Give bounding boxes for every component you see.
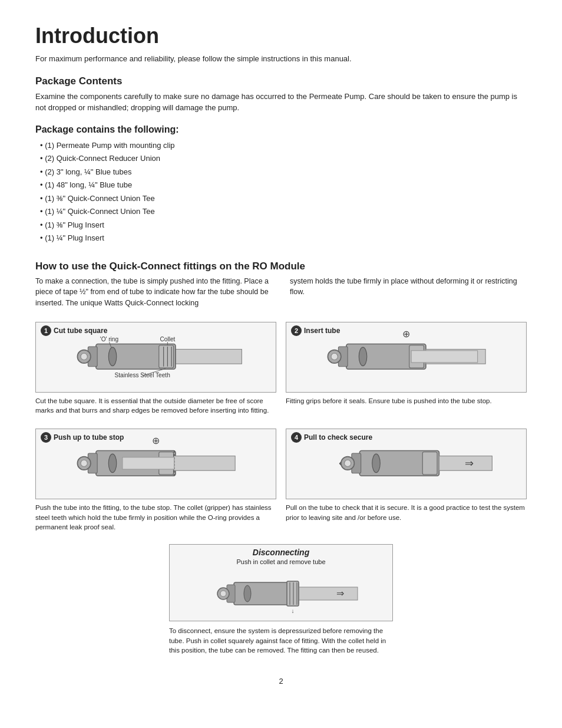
step-1-label: 1 Cut tube square bbox=[41, 325, 107, 336]
svg-text:Stainless Steel Teeth: Stainless Steel Teeth bbox=[115, 372, 170, 378]
svg-text:⊕: ⊕ bbox=[402, 331, 410, 339]
step-2-diagram: 2 Insert tube ⊕ bbox=[286, 322, 527, 393]
step-4-circle: 4 bbox=[291, 432, 302, 443]
disconnecting-heading: Disconnecting bbox=[170, 545, 392, 558]
package-list: (1) Permeate Pump with mounting clip (2)… bbox=[35, 140, 527, 244]
svg-point-54 bbox=[220, 591, 226, 597]
page-title: Introduction bbox=[35, 24, 527, 48]
step-1-caption: Cut the tube square. It is essential tha… bbox=[35, 396, 276, 416]
disconnecting-box: Disconnecting Push in collet and remove … bbox=[169, 544, 393, 621]
step-2-cell: 2 Insert tube ⊕ bbox=[286, 322, 527, 419]
svg-rect-34 bbox=[123, 457, 174, 469]
svg-point-27 bbox=[109, 454, 117, 473]
svg-text:⊕: ⊕ bbox=[152, 437, 160, 446]
intro-text: For maximum performance and reliability,… bbox=[35, 53, 527, 65]
step-4-diagram: 4 Pull to check secure ⇐ ⇒ bbox=[286, 429, 527, 499]
svg-point-46 bbox=[244, 585, 251, 602]
step-3-caption: Push the tube into the fitting, to the t… bbox=[35, 503, 276, 532]
svg-point-15 bbox=[81, 353, 87, 360]
step-3-diagram: 3 Push up to tube stop ⊕ bbox=[35, 429, 276, 499]
svg-point-37 bbox=[372, 454, 381, 473]
step-2-label: 2 Insert tube bbox=[291, 325, 340, 336]
svg-rect-38 bbox=[423, 452, 438, 475]
list-item: (1) ¼" Plug Insert bbox=[40, 232, 527, 244]
list-item: (1) 48" long, ¼" Blue tube bbox=[40, 179, 527, 191]
step-3-svg: ⊕ bbox=[48, 437, 263, 490]
step-2-circle: 2 bbox=[291, 325, 302, 336]
step-1-diagram: 1 Cut tube square bbox=[35, 322, 276, 393]
svg-text:⇒: ⇒ bbox=[465, 457, 474, 469]
step-4-cell: 4 Pull to check secure ⇐ ⇒ bbox=[286, 429, 527, 536]
step-4-caption: Pull on the tube to check that it is sec… bbox=[286, 503, 527, 522]
svg-point-2 bbox=[109, 347, 117, 366]
disconnecting-diagram: ⇒ ↓ bbox=[170, 568, 392, 621]
svg-rect-26 bbox=[173, 456, 236, 471]
how-to-section: How to use the Quick-Connect fittings on… bbox=[35, 261, 527, 660]
list-item: (2) 3" long, ¼" Blue tubes bbox=[40, 166, 527, 178]
list-item: (1) ¼" Quick-Connect Union Tee bbox=[40, 206, 527, 218]
disconnecting-sublabel: Push in collet and remove tube bbox=[170, 558, 392, 565]
step-3-label: 3 Push up to tube stop bbox=[41, 432, 124, 443]
svg-point-23 bbox=[331, 353, 338, 360]
package-contents-description: Examine the components carefully to make… bbox=[35, 91, 527, 114]
step-3-cell: 3 Push up to tube stop ⊕ bbox=[35, 429, 276, 536]
disconnecting-svg: ⇒ ↓ bbox=[187, 571, 375, 618]
svg-text:Collet: Collet bbox=[160, 336, 176, 342]
list-item: (1) ⅜" Plug Insert bbox=[40, 219, 527, 231]
diagram-grid: 1 Cut tube square bbox=[35, 322, 527, 536]
svg-rect-24 bbox=[411, 351, 478, 363]
list-item: (2) Quick-Connect Reducer Union bbox=[40, 153, 527, 164]
how-to-intro: To make a connection, the tube is simply… bbox=[35, 276, 527, 312]
disconnecting-section: Disconnecting Push in collet and remove … bbox=[35, 544, 527, 659]
svg-point-32 bbox=[81, 460, 87, 466]
svg-text:⇒: ⇒ bbox=[336, 588, 344, 598]
step-2-caption: Fitting grips before it seals. Ensure tu… bbox=[286, 396, 527, 406]
step-3-circle: 3 bbox=[41, 432, 51, 443]
step-1-circle: 1 bbox=[41, 325, 51, 336]
list-item: (1) Permeate Pump with mounting clip bbox=[40, 140, 527, 151]
step-1-svg: 'O' ring Collet Stainless Steel Teeth bbox=[48, 331, 263, 384]
list-item: (1) ⅜" Quick-Connect Union Tee bbox=[40, 193, 527, 205]
svg-point-18 bbox=[359, 347, 368, 366]
step-2-svg: ⊕ bbox=[298, 331, 514, 384]
svg-rect-0 bbox=[176, 349, 242, 364]
step-4-svg: ⇐ ⇒ bbox=[298, 437, 514, 490]
page-number: 2 bbox=[35, 677, 527, 686]
disconnecting-caption: To disconnect, ensure the system is depr… bbox=[169, 626, 393, 655]
package-contents-heading: Package Contents bbox=[35, 75, 527, 87]
step-4-label: 4 Pull to check secure bbox=[291, 432, 372, 443]
how-to-intro-right: system holds the tube firmly in place wi… bbox=[290, 276, 527, 309]
svg-text:↓: ↓ bbox=[292, 608, 295, 614]
how-to-heading: How to use the Quick-Connect fittings on… bbox=[35, 261, 527, 272]
step-1-cell: 1 Cut tube square bbox=[35, 322, 276, 419]
svg-point-43 bbox=[345, 460, 351, 466]
svg-text:'O' ring: 'O' ring bbox=[100, 336, 118, 342]
how-to-intro-left: To make a connection, the tube is simply… bbox=[35, 276, 272, 309]
svg-rect-45 bbox=[299, 587, 358, 600]
package-list-heading: Package contains the following: bbox=[35, 124, 527, 135]
